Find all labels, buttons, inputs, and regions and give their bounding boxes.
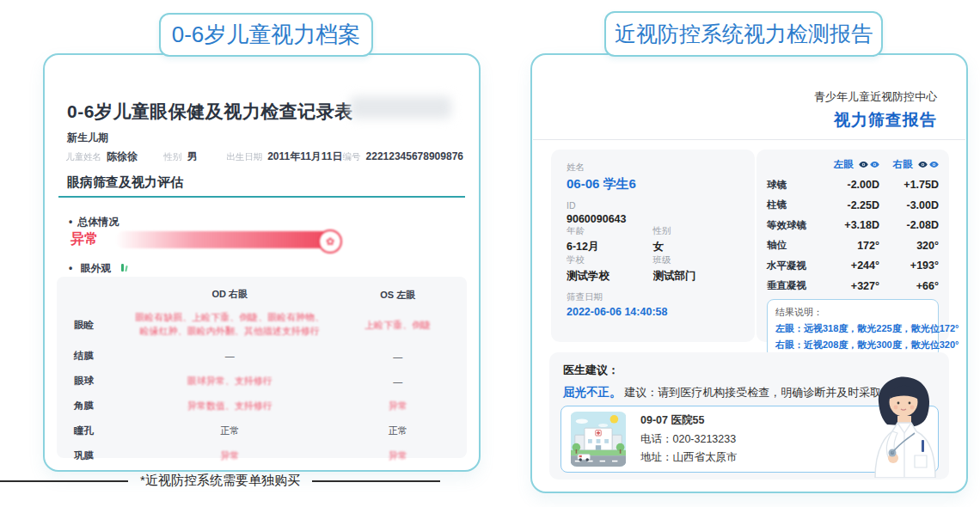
screening-date: 2022-06-06 14:40:58 [567, 306, 739, 318]
measure-left-value: -2.00D [820, 179, 879, 191]
section-title: 眼病筛查及视力评估 [67, 174, 183, 191]
form-title: 0-6岁儿童眼保健及视力检查记录表 [67, 100, 353, 124]
table-row: 眼球 眼球异常、支持修行 — [62, 369, 462, 394]
field-label: 儿童姓名 [65, 151, 101, 163]
hospital-name: 09-07 医院55 [640, 415, 738, 426]
measure-left-value: 172° [820, 240, 879, 252]
od-header: OD 右眼 [126, 288, 334, 302]
gender-label: 性别 [653, 225, 740, 237]
patient-info-row: 儿童姓名 陈徐徐 性别 男 出生日期 2011年11月11日 编号 222123… [65, 150, 463, 164]
patient-class: 测试部门 [653, 269, 740, 284]
left-eye-header: 左眼 [820, 158, 879, 171]
measure-label: 垂直凝视 [767, 279, 820, 292]
age-label: 年龄 [567, 225, 653, 237]
right-panel-title-bubble: 近视防控系统视力检测报告 [604, 11, 883, 57]
eye-icons [918, 161, 939, 168]
measure-right-value: +1.75D [879, 179, 939, 191]
patient-age: 6-12月 [567, 240, 653, 254]
table-row: 巩膜 异常 异常 [62, 443, 462, 468]
infographic-canvas: 0-6岁儿童视力档案 0-6岁儿童眼保健及视力检查记录表 新生儿期 儿童姓名 陈… [0, 0, 980, 507]
leaf-icon [119, 263, 130, 272]
overall-status-value: 异常 [70, 230, 98, 248]
eye-appearance-text: 眼外观 [81, 262, 112, 274]
header-divider [533, 139, 965, 140]
field-value: 男 [187, 150, 198, 164]
footnote-line-left [0, 480, 128, 482]
report-header: 青少年儿童近视防控中心 视力筛查报告 [814, 89, 937, 131]
measure-left-value: +3.18D [820, 219, 879, 231]
measure-label: 轴位 [767, 239, 820, 252]
measure-right-value: +66° [879, 280, 939, 292]
field-child-name: 儿童姓名 陈徐徐 [65, 150, 164, 164]
measure-left-value: -2.25D [820, 199, 879, 211]
field-birthdate: 出生日期 2011年11月11日 [226, 150, 342, 164]
name-label: 姓名 [567, 162, 739, 174]
result-note-box: 结果说明： 左眼：远视318度，散光225度，散光位172° 右眼：近视208度… [767, 299, 939, 358]
measure-left-value: +244° [820, 260, 879, 272]
table-row: 瞳孔 正常 正常 [62, 418, 462, 443]
patient-school: 测试学校 [567, 269, 653, 284]
measure-label: 水平凝视 [767, 260, 820, 272]
right-panel-title: 近视防控系统视力检测报告 [615, 20, 873, 48]
table-row: 角膜 异常数值、支持修行 异常 [62, 394, 462, 418]
result-note-title: 结果说明： [775, 306, 930, 319]
measure-right-value: 320° [879, 240, 939, 252]
patient-id: 9060090643 [567, 213, 739, 225]
patient-gender: 女 [653, 240, 740, 254]
hospital-illustration [570, 412, 627, 467]
overall-status-row: 异常 ✿ [70, 230, 340, 248]
right-eye-label: 右眼 [893, 159, 913, 169]
measure-right-value: -3.00D [879, 199, 939, 211]
patient-name: 06-06 学生6 [567, 176, 739, 192]
field-label: 性别 [164, 151, 182, 163]
school-label: 学校 [567, 254, 653, 266]
left-panel-title-bubble: 0-6岁儿童视力档案 [159, 13, 373, 57]
screening-report-card: 青少年儿童近视防控中心 视力筛查报告 姓名 06-06 学生6 ID 90600… [530, 53, 968, 493]
doctor-advice-card: 医生建议： 屈光不正。 建议：请到医疗机构接受检查，明确诊断并及时采取措施。 [549, 352, 949, 480]
result-right-eye: 右眼：近视208度，散光300度，散光位320° [775, 339, 930, 351]
field-gender: 性别 男 [164, 150, 227, 164]
measurement-grid: 左眼 右眼 球镜 -2.00D +1.75D 柱镜 [767, 158, 939, 292]
eye-icon [918, 161, 928, 168]
form-stage-label: 新生儿期 [67, 131, 108, 145]
footnote-line-right [312, 480, 440, 482]
right-eye-header: 右眼 [879, 158, 939, 171]
eye-appearance-label: 眼外观 [69, 261, 130, 276]
table-row: 眼睑 眼睑有缺损、上睑下垂、倒睫、眼睑有肿物、睑缘红肿、眼睑内外翻、其他描述支持… [62, 306, 462, 344]
field-value: 2011年11月11日 [267, 150, 342, 164]
patient-info-card: 姓名 06-06 学生6 ID 9060090643 年龄 6-12月 性别 女… [551, 150, 755, 342]
eye-icon [870, 161, 879, 168]
abnormal-highlight-pill: ✿ [115, 231, 340, 248]
table-row: 结膜 — — [62, 344, 462, 369]
field-label: 出生日期 [226, 151, 262, 163]
eye-icons [859, 161, 879, 168]
vision-archive-card: 0-6岁儿童眼保健及视力检查记录表 新生儿期 儿童姓名 陈徐徐 性别 男 出生日… [43, 53, 481, 472]
report-title: 视力筛查报告 [814, 109, 937, 131]
footnote-text: *近视防控系统需要单独购买 [140, 473, 300, 489]
overall-status-label: 总体情况 [69, 215, 119, 229]
id-label: ID [567, 200, 739, 211]
class-label: 班级 [653, 254, 740, 266]
measure-label: 等效球镜 [767, 219, 820, 232]
field-value: 陈徐徐 [107, 150, 138, 164]
field-label: 编号 [343, 151, 361, 163]
measure-label: 柱镜 [767, 199, 820, 211]
hospital-address: 地址：山西省太原市 [640, 452, 738, 463]
section-underline [58, 196, 465, 198]
eye-icon [929, 161, 939, 168]
hospital-text: 09-07 医院55 电话：020-3213233 地址：山西省太原市 [640, 407, 738, 471]
school-class-row: 学校 测试学校 班级 测试部门 [567, 254, 739, 284]
age-gender-row: 年龄 6-12月 性别 女 [567, 225, 739, 254]
hospital-phone: 电话：020-3213233 [640, 434, 738, 445]
left-eye-label: 左眼 [834, 159, 854, 169]
measure-label: 球镜 [767, 179, 820, 192]
doctor-illustration [861, 373, 944, 478]
os-header: OS 左眼 [334, 289, 462, 302]
measurement-card: 左眼 右眼 球镜 -2.00D +1.75D 柱镜 [756, 150, 949, 342]
blurred-stamp [350, 96, 451, 119]
result-left-eye: 左眼：远视318度，散光225度，散光位172° [775, 322, 930, 335]
measure-right-value: +193° [879, 260, 939, 272]
diagnosis-text: 屈光不正。 [563, 386, 622, 399]
eye-icon [859, 161, 868, 168]
left-panel-title: 0-6岁儿童视力档案 [172, 20, 361, 50]
